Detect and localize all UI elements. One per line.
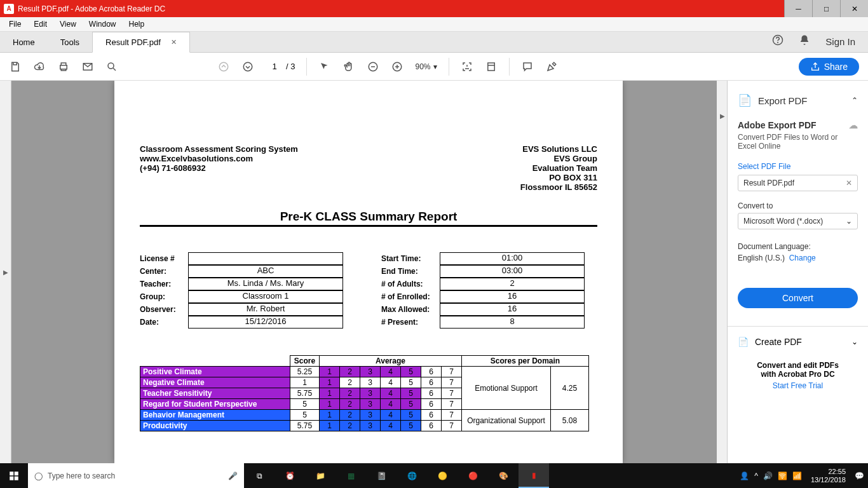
fit-page-icon[interactable] xyxy=(485,60,498,73)
help-icon[interactable] xyxy=(772,34,783,48)
info-label: End Time: xyxy=(381,267,440,276)
tab-tools[interactable]: Tools xyxy=(48,32,92,52)
tray-network-icon[interactable]: 🛜 xyxy=(778,471,787,480)
score-row-label: Regard for Student Perspective xyxy=(140,399,290,410)
export-pdf-panel-header[interactable]: 📄 Export PDF ⌃ xyxy=(728,87,868,114)
menu-help[interactable]: Help xyxy=(123,18,151,30)
svg-point-1 xyxy=(778,42,778,43)
page-up-icon[interactable] xyxy=(217,60,230,73)
domain-score: 4.25 xyxy=(551,367,589,410)
info-label: # of Adults: xyxy=(381,280,440,288)
change-language-link[interactable]: Change xyxy=(789,254,816,262)
maximize-button[interactable]: □ xyxy=(812,0,840,17)
tray-clock[interactable]: 22:55 13/12/2018 xyxy=(807,468,850,483)
score-scale-cell: 3 xyxy=(360,388,381,399)
tabbar: Home Tools Result PDF.pdf ✕ Sign In xyxy=(0,32,868,53)
hand-icon[interactable] xyxy=(342,60,355,73)
app-paint[interactable]: 🎨 xyxy=(488,463,519,488)
tab-document[interactable]: Result PDF.pdf ✕ xyxy=(92,32,190,53)
tray-wifi-icon[interactable]: 📶 xyxy=(792,471,802,480)
zoom-in-icon[interactable] xyxy=(391,60,403,73)
selected-file-row: Result PDF.pdf ✕ xyxy=(738,175,858,191)
start-trial-link[interactable]: Start Free Trial xyxy=(734,381,862,390)
zoom-out-icon[interactable] xyxy=(367,60,379,73)
menu-view[interactable]: View xyxy=(53,18,83,30)
svg-rect-10 xyxy=(10,471,13,475)
tray-notifications-icon[interactable]: 💬 xyxy=(855,471,864,480)
pdf-header: Classroom Assessment Scoring System www.… xyxy=(140,144,597,192)
app-notes[interactable]: 📓 xyxy=(366,463,397,488)
info-label: # of Enrolled: xyxy=(381,292,440,301)
save-icon[interactable] xyxy=(9,60,22,73)
info-value: ABC xyxy=(188,265,343,278)
document-viewport[interactable]: Classroom Assessment Scoring System www.… xyxy=(11,81,727,463)
domain-name: Organizational Support xyxy=(462,410,551,431)
print-icon[interactable] xyxy=(57,60,70,73)
left-panel-toggle[interactable]: ▶ xyxy=(0,81,11,463)
cloud-icon[interactable] xyxy=(33,60,46,73)
score-scale-cell: 1 xyxy=(320,377,340,388)
menu-edit[interactable]: Edit xyxy=(27,18,53,30)
share-button[interactable]: Share xyxy=(799,58,859,76)
doc-language-value: English (U.S.) xyxy=(738,254,785,262)
page-current-input[interactable] xyxy=(266,62,283,71)
score-scale-cell: 7 xyxy=(442,377,462,388)
right-panel-toggle[interactable]: ▶ xyxy=(717,81,728,151)
selected-file-name: Result PDF.pdf xyxy=(743,179,794,187)
info-row: # of Enrolled:16 xyxy=(381,290,585,303)
sign-icon[interactable] xyxy=(545,60,558,73)
search-icon[interactable] xyxy=(105,60,118,73)
tab-close-icon[interactable]: ✕ xyxy=(171,38,177,46)
score-scale-cell: 6 xyxy=(421,377,442,388)
taskbar-search[interactable]: ◯ Type here to search 🎤 xyxy=(28,463,244,488)
score-scale-cell: 3 xyxy=(360,410,381,421)
page-down-icon[interactable] xyxy=(241,60,254,73)
tray-volume-icon[interactable]: 🔊 xyxy=(763,471,773,480)
app-excel[interactable]: ▦ xyxy=(336,463,366,488)
taskbar: ◯ Type here to search 🎤 ⧉ ⏰ 📁 ▦ 📓 🌐 🟡 🔴 … xyxy=(0,463,868,488)
selection-icon[interactable] xyxy=(318,60,331,73)
info-label: License # xyxy=(140,254,188,263)
score-value: 1 xyxy=(290,377,320,388)
select-file-link[interactable]: Select PDF File xyxy=(738,162,858,171)
app-misc2[interactable]: 🔴 xyxy=(458,463,488,488)
app-chrome[interactable]: 🌐 xyxy=(397,463,427,488)
taskview-icon[interactable]: ⧉ xyxy=(244,463,275,488)
svg-rect-13 xyxy=(15,476,18,480)
notifications-icon[interactable] xyxy=(799,34,810,48)
score-scale-cell: 6 xyxy=(421,410,442,421)
score-scale-cell: 6 xyxy=(421,399,442,410)
info-row: End Time:03:00 xyxy=(381,265,585,278)
info-value: Classroom 1 xyxy=(188,290,343,303)
pdf-page: Classroom Assessment Scoring System www.… xyxy=(114,81,623,463)
signin-link[interactable]: Sign In xyxy=(825,36,855,47)
chevron-down-icon: ⌄ xyxy=(851,337,858,346)
score-scale-cell: 4 xyxy=(381,377,401,388)
convert-button[interactable]: Convert xyxy=(738,288,858,308)
start-button[interactable] xyxy=(0,463,28,488)
fit-width-icon[interactable] xyxy=(461,60,473,73)
app-clock[interactable]: ⏰ xyxy=(275,463,305,488)
tray-up-icon[interactable]: ^ xyxy=(754,471,758,480)
score-scale-cell: 1 xyxy=(320,399,340,410)
menu-window[interactable]: Window xyxy=(83,18,123,30)
clear-file-icon[interactable]: ✕ xyxy=(846,179,852,187)
format-select[interactable]: Microsoft Word (*.docx) ⌄ xyxy=(738,213,858,229)
score-row-label: Productivity xyxy=(140,421,290,431)
close-button[interactable]: ✕ xyxy=(840,0,868,17)
score-scale-cell: 6 xyxy=(421,421,442,431)
app-acrobat[interactable]: ▮ xyxy=(519,463,549,488)
info-value: 8 xyxy=(440,316,585,329)
email-icon[interactable] xyxy=(81,60,94,73)
comment-icon[interactable] xyxy=(521,60,534,73)
create-pdf-panel-header[interactable]: 📄 Create PDF ⌄ xyxy=(728,326,868,357)
mic-icon[interactable]: 🎤 xyxy=(228,471,238,480)
minimize-button[interactable]: ─ xyxy=(784,0,812,17)
tray-people-icon[interactable]: 👤 xyxy=(740,471,749,480)
menu-file[interactable]: File xyxy=(3,18,27,30)
app-misc1[interactable]: 🟡 xyxy=(427,463,458,488)
zoom-select[interactable]: 90% ▾ xyxy=(415,62,437,71)
tab-home[interactable]: Home xyxy=(0,32,48,52)
app-explorer[interactable]: 📁 xyxy=(305,463,336,488)
separator xyxy=(509,58,510,76)
